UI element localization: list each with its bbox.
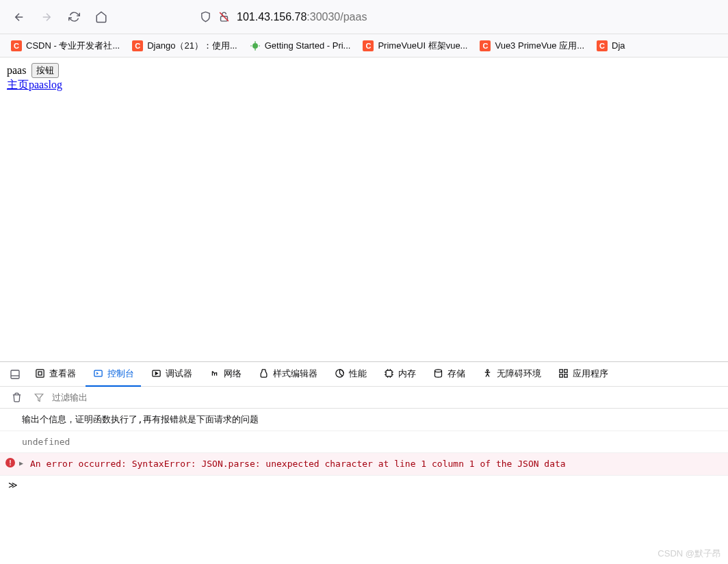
filter-icon: [34, 393, 44, 402]
console-log-row[interactable]: 输出个信息，证明函数执行了,再有报错就是下面请求的问题: [0, 409, 728, 431]
svg-rect-15: [564, 374, 567, 377]
svg-rect-13: [564, 370, 567, 372]
svg-rect-9: [386, 370, 392, 376]
page-text: paas: [7, 64, 26, 77]
home-button[interactable]: [90, 6, 112, 28]
lock-slash-icon: [218, 11, 230, 23]
shield-icon: [200, 11, 211, 23]
back-button[interactable]: [8, 6, 30, 28]
inspector-icon: [34, 368, 45, 379]
devtools-tabs: 查看器 控制台 调试器 网络 样式编辑器 性能 内存 存储 无障碍环境 应用程序: [0, 362, 728, 387]
reload-button[interactable]: [63, 6, 85, 28]
link-home[interactable]: 主页: [7, 79, 29, 90]
tab-application[interactable]: 应用程序: [551, 362, 615, 387]
devtools-dock-button[interactable]: [5, 365, 25, 384]
console-toolbar: [0, 387, 728, 409]
performance-icon: [334, 368, 345, 379]
svg-rect-14: [559, 374, 562, 377]
debugger-icon: [151, 368, 161, 379]
address-bar[interactable]: 101.43.156.78:30030/paas: [200, 11, 720, 23]
svg-point-10: [434, 370, 441, 372]
svg-point-2: [252, 43, 258, 49]
console-error-row[interactable]: ! ▶ An error occurred: SyntaxError: JSON…: [0, 453, 728, 476]
bookmark-item[interactable]: CDjango（21）：使用...: [127, 37, 243, 55]
tab-storage[interactable]: 存储: [426, 362, 472, 387]
bookmark-item[interactable]: CDja: [591, 38, 631, 54]
bug-icon: [250, 40, 261, 51]
tab-style[interactable]: 样式编辑器: [251, 362, 324, 387]
page-content: paas 按钮 主页paaslog: [0, 57, 728, 98]
bookmark-item[interactable]: CVue3 PrimeVue 应用...: [474, 37, 590, 55]
bookmark-item[interactable]: CPrimeVueUI 框架vue...: [357, 37, 473, 55]
console-prompt[interactable]: ≫: [0, 476, 728, 494]
network-icon: [209, 368, 220, 379]
csdn-icon: C: [480, 40, 491, 51]
svg-rect-12: [559, 370, 562, 372]
csdn-icon: C: [363, 40, 374, 51]
application-icon: [558, 368, 569, 379]
svg-point-11: [486, 370, 489, 372]
bookmarks-bar: CCSDN - 专业开发者社... CDjango（21）：使用... Gett…: [0, 34, 728, 57]
svg-rect-5: [38, 372, 42, 375]
tab-accessibility[interactable]: 无障碍环境: [475, 362, 548, 387]
storage-icon: [432, 368, 443, 379]
forward-button[interactable]: [36, 6, 57, 28]
accessibility-icon: [482, 368, 493, 379]
svg-rect-4: [36, 370, 43, 377]
memory-icon: [383, 368, 394, 379]
devtools-panel: 查看器 控制台 调试器 网络 样式编辑器 性能 内存 存储 无障碍环境 应用程序…: [0, 361, 728, 564]
tab-console[interactable]: 控制台: [86, 362, 141, 387]
style-icon: [258, 368, 269, 379]
console-output: 输出个信息，证明函数执行了,再有报错就是下面请求的问题 undefined ! …: [0, 409, 728, 564]
error-icon: !: [5, 458, 15, 467]
bookmark-item[interactable]: CCSDN - 专业开发者社...: [5, 37, 125, 55]
svg-rect-3: [11, 370, 19, 379]
tab-performance[interactable]: 性能: [327, 362, 374, 387]
csdn-icon: C: [132, 40, 143, 51]
tab-inspector[interactable]: 查看器: [27, 362, 83, 387]
watermark: CSDN @默子昂: [658, 548, 721, 560]
page-button[interactable]: 按钮: [31, 63, 59, 78]
csdn-icon: C: [11, 40, 22, 51]
browser-toolbar: 101.43.156.78:30030/paas: [0, 0, 728, 34]
console-undefined-row[interactable]: undefined: [0, 431, 728, 454]
tab-network[interactable]: 网络: [202, 362, 248, 387]
clear-console-button[interactable]: [7, 388, 26, 407]
tab-memory[interactable]: 内存: [376, 362, 423, 387]
link-paaslog[interactable]: paaslog: [29, 79, 62, 90]
bookmark-item[interactable]: Getting Started - Pri...: [244, 38, 356, 54]
url-display: 101.43.156.78:30030/paas: [237, 11, 367, 23]
console-icon: [92, 368, 103, 379]
csdn-icon: C: [597, 40, 608, 51]
expand-arrow-icon[interactable]: ▶: [19, 458, 23, 468]
filter-input[interactable]: [52, 392, 721, 402]
tab-debugger[interactable]: 调试器: [144, 362, 199, 387]
